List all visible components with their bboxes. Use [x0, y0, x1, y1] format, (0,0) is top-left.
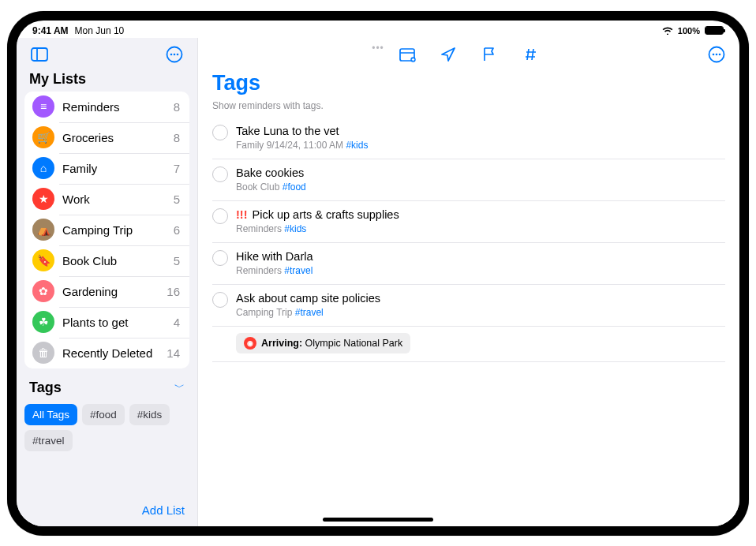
list-name: Work — [62, 193, 174, 206]
cart-icon: 🛒 — [32, 126, 54, 148]
sidebar-list-family[interactable]: ⌂ Family 7 — [24, 153, 189, 184]
star-icon: ★ — [32, 188, 54, 210]
svg-rect-0 — [32, 48, 47, 61]
tag-travel[interactable]: #travel — [24, 430, 73, 451]
tags-section-title: Tags — [29, 380, 62, 396]
page-title: Tags — [198, 71, 739, 97]
sidebar-list-book-club[interactable]: 🔖 Book Club 5 — [24, 245, 189, 276]
reminder-title: Hike with Darla — [236, 249, 725, 264]
sidebar: My Lists ≡ Reminders 8🛒 Groceries 8⌂ Fam… — [17, 38, 198, 526]
list-count: 8 — [174, 131, 180, 144]
reminder-checkbox[interactable] — [212, 125, 228, 140]
svg-point-12 — [719, 53, 721, 55]
hashtag-icon[interactable] — [520, 44, 541, 65]
house-icon: ⌂ — [32, 157, 54, 179]
svg-point-5 — [177, 53, 179, 55]
reminder-meta: Reminders #kids — [236, 223, 725, 234]
reminder-title: !!! Pick up arts & crafts supplies — [236, 208, 725, 222]
reminder-row[interactable]: Take Luna to the vet Family 9/14/24, 11:… — [212, 118, 725, 159]
tag-kids[interactable]: #kids — [129, 404, 170, 425]
location-icon[interactable] — [438, 44, 458, 65]
home-indicator[interactable] — [323, 518, 433, 522]
reminder-meta: Reminders #travel — [236, 265, 725, 276]
main-panel: Tags Show reminders with tags. Take Luna… — [198, 38, 739, 526]
tag-food[interactable]: #food — [82, 404, 125, 425]
reminder-title: Ask about camp site policies — [236, 291, 725, 305]
status-time: 9:41 AM — [32, 25, 69, 36]
tag-alltags[interactable]: All Tags — [24, 404, 77, 425]
list-name: Camping Trip — [62, 223, 174, 237]
sidebar-list-camping-trip[interactable]: ⛺ Camping Trip 6 — [24, 215, 189, 245]
svg-point-10 — [713, 53, 715, 55]
location-dot-icon: ◉ — [244, 337, 256, 350]
reminder-meta: Camping Trip #travel — [236, 307, 725, 318]
sidebar-list-gardening[interactable]: ✿ Gardening 16 — [24, 276, 189, 307]
list-count: 5 — [174, 193, 180, 206]
sidebar-list-groceries[interactable]: 🛒 Groceries 8 — [24, 122, 189, 153]
chevron-down-icon[interactable]: ﹀ — [174, 380, 185, 395]
trash-icon: 🗑 — [32, 342, 54, 364]
status-date: Mon Jun 10 — [75, 25, 125, 36]
reminder-row[interactable]: Ask about camp site policies Camping Tri… — [212, 285, 725, 327]
list-name: Recently Deleted — [62, 346, 167, 360]
list-count: 8 — [174, 100, 180, 114]
main-more-icon[interactable] — [705, 43, 728, 66]
list-count: 14 — [167, 346, 180, 360]
tent-icon: ⛺ — [32, 219, 54, 241]
reminder-meta: Book Club #food — [236, 181, 725, 193]
new-reminder-template-icon[interactable] — [397, 44, 417, 65]
list-count: 16 — [167, 285, 180, 298]
list-count: 4 — [174, 316, 180, 329]
battery-percent: 100% — [678, 26, 700, 36]
page-subtitle: Show reminders with tags. — [198, 97, 739, 118]
sidebar-toggle-icon[interactable] — [28, 43, 51, 66]
reminder-title: Bake cookies — [236, 166, 725, 180]
list-name: Reminders — [62, 100, 174, 114]
bookmark-icon: 🔖 — [32, 249, 54, 271]
list-icon: ≡ — [32, 95, 54, 118]
list-name: Gardening — [62, 285, 167, 298]
list-count: 5 — [174, 254, 180, 267]
more-icon[interactable] — [163, 43, 186, 66]
reminder-checkbox[interactable] — [212, 250, 228, 266]
list-name: Family — [62, 162, 174, 175]
reminder-checkbox[interactable] — [212, 208, 228, 224]
list-name: Groceries — [62, 131, 174, 144]
reminder-meta: Family 9/14/24, 11:00 AM #kids — [236, 140, 725, 151]
sidebar-list-work[interactable]: ★ Work 5 — [24, 184, 189, 215]
list-name: Plants to get — [62, 316, 174, 329]
add-list-button[interactable]: Add List — [17, 494, 197, 526]
flower-icon: ✿ — [32, 280, 54, 302]
sidebar-list-reminders[interactable]: ≡ Reminders 8 — [24, 92, 189, 122]
svg-point-4 — [174, 53, 176, 55]
reminder-row[interactable]: Hike with Darla Reminders #travel — [212, 243, 725, 285]
location-pill[interactable]: ◉Arriving: Olympic National Park — [236, 333, 410, 353]
svg-point-3 — [170, 53, 173, 55]
reminder-checkbox[interactable] — [212, 166, 228, 182]
reminder-checkbox[interactable] — [212, 292, 228, 308]
battery-icon — [705, 26, 724, 35]
my-lists-title: My Lists — [17, 71, 197, 92]
sidebar-list-recently-deleted[interactable]: 🗑 Recently Deleted 14 — [24, 338, 189, 368]
svg-point-11 — [716, 53, 718, 55]
list-count: 7 — [174, 162, 180, 175]
leaf-icon: ☘ — [32, 311, 54, 333]
flag-icon[interactable] — [479, 44, 500, 65]
reminder-title: Take Luna to the vet — [236, 124, 725, 138]
status-bar: 9:41 AM Mon Jun 10 100% — [17, 21, 739, 38]
list-count: 6 — [174, 223, 180, 237]
wifi-icon — [662, 26, 673, 35]
sidebar-list-plants-to-get[interactable]: ☘ Plants to get 4 — [24, 307, 189, 338]
list-name: Book Club — [62, 254, 174, 267]
reminder-row[interactable]: Bake cookies Book Club #food — [212, 159, 725, 201]
reminder-row[interactable]: !!! Pick up arts & crafts supplies Remin… — [212, 201, 725, 243]
